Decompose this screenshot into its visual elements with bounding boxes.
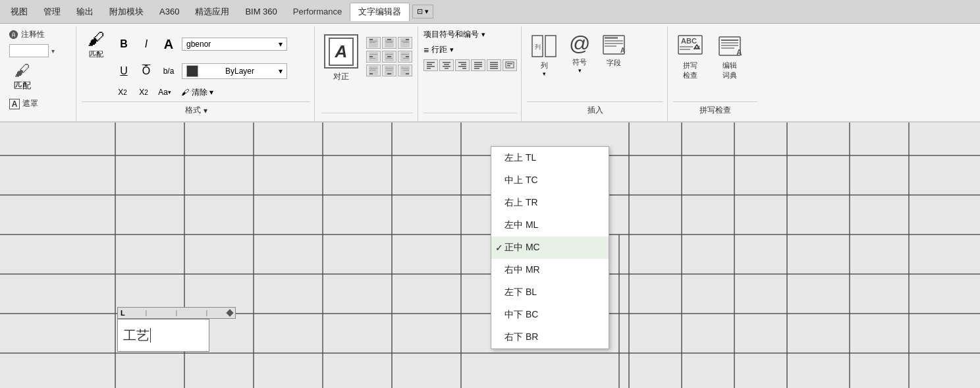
clear-icon: 🖌 (181, 88, 189, 97)
aa-button[interactable]: Aa ▾ (155, 83, 174, 101)
text-input-cell[interactable]: 工艺 (117, 319, 209, 352)
align-tc-label: 中上 TC (504, 175, 538, 186)
drawing-area: L | | | 工艺 左上 TL 中上 TC 右上 TR 左中 ML ✓ (0, 123, 980, 388)
format-row1: 🖌 匹配 B I A gbenor ▾ (82, 29, 310, 59)
align-top-right[interactable] (398, 37, 412, 49)
align-bot-left[interactable] (366, 65, 381, 76)
align-top-center[interactable] (382, 37, 396, 49)
spell-edit-dict-button[interactable]: A 编辑词典 (713, 29, 747, 83)
insert-column-button[interactable]: 列 列 ▾ (527, 29, 561, 80)
text-cursor (150, 328, 151, 343)
line-spacing-label: 行距 (431, 44, 447, 55)
align-tl[interactable]: 左上 TL (491, 147, 609, 169)
size-dropdown-arrow[interactable]: ▾ (51, 47, 55, 55)
para-align-center[interactable] (439, 59, 454, 71)
insert-section: 列 列 ▾ @ 符号 ▾ (523, 26, 668, 121)
align-bot-right[interactable] (398, 65, 412, 76)
big-a-button[interactable]: A (159, 35, 178, 53)
clear-button[interactable]: 🖌 清除 ▾ (177, 85, 218, 100)
mask-label: 遮罩 (22, 98, 38, 109)
align-mid-center[interactable] (382, 51, 396, 63)
align-ml[interactable]: 左中 ML (491, 214, 609, 236)
superscript-button[interactable]: X2 (113, 83, 132, 101)
menu-bim360[interactable]: BIM 360 (237, 4, 285, 19)
spell-section: ABC 拼写检查 (669, 26, 761, 121)
align-mc[interactable]: ✓ 正中 MC (491, 236, 609, 259)
align-row-3 (366, 65, 412, 76)
align-mid-right[interactable] (398, 51, 412, 63)
match-icon: 🖌 (14, 61, 30, 80)
insert-symbol-button[interactable]: @ 符号 ▾ (566, 29, 593, 76)
size-input[interactable]: 3.5 (9, 44, 49, 57)
paint-match-button[interactable]: 🖌 匹配 (82, 29, 111, 59)
bold-button[interactable]: B (115, 35, 133, 53)
svg-rect-41 (444, 64, 449, 65)
svg-rect-50 (474, 66, 482, 67)
align-bot-center[interactable] (382, 65, 396, 76)
align-mid-left[interactable] (366, 51, 381, 63)
align-tc[interactable]: 中上 TC (491, 169, 609, 192)
menu-featured[interactable]: 精选应用 (187, 3, 237, 20)
align-row-2 (366, 51, 412, 63)
line-spacing-arrow[interactable]: ▾ (450, 45, 454, 54)
para-align-right[interactable] (455, 59, 470, 71)
svg-rect-26 (369, 68, 377, 69)
fraction-button[interactable]: b/a (159, 62, 178, 80)
ruler-L-label: L (121, 309, 125, 317)
match-button[interactable]: 🖌 匹配 (9, 61, 36, 92)
svg-rect-48 (474, 62, 482, 63)
match-label: 匹配 (14, 80, 31, 92)
align-br[interactable]: 右下 BR (491, 326, 609, 348)
align-mr[interactable]: 右中 MR (491, 259, 609, 281)
column-label: 列 (541, 61, 548, 70)
svg-rect-15 (369, 58, 375, 59)
para-combine[interactable] (503, 59, 517, 71)
menu-performance[interactable]: Performance (285, 4, 350, 19)
align-tr[interactable]: 右上 TR (491, 192, 609, 214)
svg-rect-42 (443, 66, 450, 67)
menu-addons[interactable]: 附加模块 (101, 3, 151, 20)
underline-button[interactable]: U (115, 62, 133, 80)
mask-button[interactable]: A 遮罩 (9, 98, 70, 109)
size-row: 3.5 ▾ (9, 44, 70, 57)
menu-output[interactable]: 输出 (68, 3, 101, 20)
svg-rect-5 (387, 39, 391, 40)
overline-button[interactable]: Ō (137, 62, 155, 80)
align-bc[interactable]: 中下 BC (491, 304, 609, 326)
font-dropdown-arrow: ▾ (279, 40, 283, 49)
spell-check-icon: ABC (676, 32, 705, 61)
svg-rect-3 (369, 42, 375, 43)
align-dropdown-menu: 左上 TL 中上 TC 右上 TR 左中 ML ✓ 正中 MC 右中 MR 左下… (491, 146, 609, 349)
align-bl-label: 左下 BL (504, 287, 537, 298)
svg-rect-31 (386, 70, 393, 70)
mask-icon: A (9, 99, 20, 109)
text-content: 工艺 (123, 327, 150, 345)
insert-field-button[interactable]: A 字段 (598, 29, 630, 70)
color-dropdown[interactable]: ByLayer ▾ (182, 63, 287, 79)
para-align-justify[interactable] (471, 59, 485, 71)
svg-rect-55 (490, 68, 498, 69)
svg-rect-36 (427, 62, 435, 63)
align-top-left[interactable] (366, 37, 381, 49)
svg-rect-70 (680, 46, 693, 47)
font-dropdown[interactable]: gbenor ▾ (182, 38, 287, 51)
menu-view[interactable]: 视图 (3, 3, 36, 20)
para-align-distribute[interactable] (487, 59, 501, 71)
menu-text-editor[interactable]: 文字编辑器 (350, 3, 410, 21)
align-bl[interactable]: 左下 BL (491, 281, 609, 304)
align-big-button[interactable]: A 对正 (321, 32, 361, 85)
svg-text:ABC: ABC (681, 37, 697, 45)
text-ruler: L | | | (117, 307, 236, 319)
subscript-button[interactable]: X2 (134, 83, 153, 101)
para-section-label (423, 113, 517, 119)
bullets-arrow[interactable]: ▾ (481, 30, 485, 39)
menu-a360[interactable]: A360 (151, 4, 187, 19)
italic-button[interactable]: I (137, 35, 155, 53)
svg-rect-1 (369, 39, 373, 40)
menu-manage[interactable]: 管理 (36, 3, 68, 20)
para-align-left[interactable] (423, 59, 438, 71)
svg-rect-43 (445, 68, 449, 69)
spell-check-button[interactable]: ABC 拼写检查 (673, 29, 707, 83)
insert-row: 列 列 ▾ @ 符号 ▾ (527, 29, 663, 101)
menu-nav-button[interactable]: ⊡ ▾ (412, 5, 433, 18)
